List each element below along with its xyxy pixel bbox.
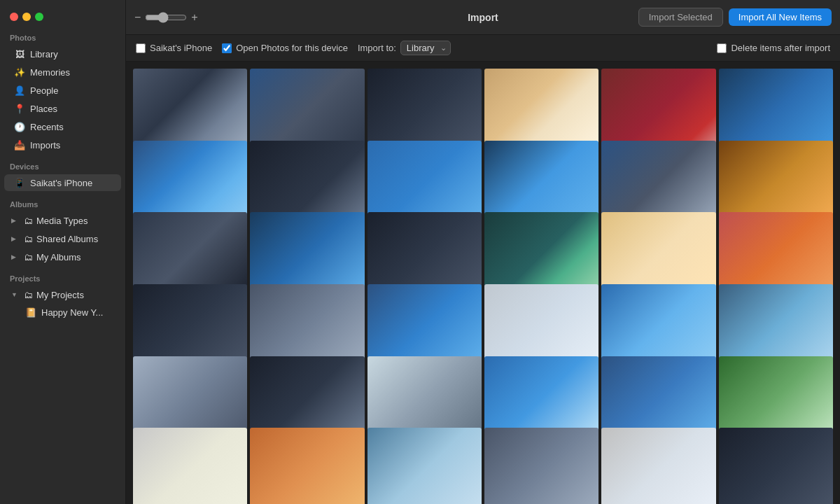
people-icon: 👤 xyxy=(14,85,25,96)
memories-icon: ✨ xyxy=(14,66,25,78)
folder-icon: 🗂 xyxy=(22,215,34,226)
sidebar-item-label: Places xyxy=(30,104,57,114)
import-to-row: Import to: Library xyxy=(358,41,451,55)
sidebar-item-happy-new-y[interactable]: 📔 Happy New Y... xyxy=(4,304,121,320)
chevron-down-icon: ▼ xyxy=(11,291,20,298)
close-button[interactable] xyxy=(10,13,18,21)
sidebar-item-label: People xyxy=(30,85,58,96)
import-to-dropdown-wrap: Library xyxy=(400,41,451,55)
devices-section-label: Devices xyxy=(0,154,125,174)
projects-folder-icon: 🗂 xyxy=(22,289,34,300)
zoom-slider[interactable] xyxy=(145,12,187,23)
delete-after-checkbox[interactable] xyxy=(717,43,727,53)
sidebar-item-saikats-iphone[interactable]: 📱 Saikat's iPhone xyxy=(4,174,121,191)
photo-thumbnail[interactable] xyxy=(368,428,482,504)
photo-thumbnail[interactable] xyxy=(250,428,364,504)
sidebar-item-label: Saikat's iPhone xyxy=(30,178,92,188)
projects-section-label: Projects xyxy=(0,266,125,286)
photos-section-label: Photos xyxy=(0,25,125,45)
maximize-button[interactable] xyxy=(35,13,43,21)
delete-after-label: Delete items after import xyxy=(731,43,830,53)
shared-folder-icon: 🗂 xyxy=(22,233,34,244)
sidebar-item-memories[interactable]: ✨ Memories xyxy=(4,64,121,80)
chevron-right-icon: ▶ xyxy=(11,253,20,260)
sidebar-group-my-albums[interactable]: ▶ 🗂 My Albums xyxy=(4,248,121,265)
minimize-button[interactable] xyxy=(22,13,31,21)
device-row: Saikat's iPhone xyxy=(136,43,212,53)
sidebar-item-library[interactable]: 🖼 Library xyxy=(4,46,121,62)
places-icon: 📍 xyxy=(14,103,25,114)
chevron-right-icon: ▶ xyxy=(11,217,20,224)
import-to-dropdown[interactable]: Library xyxy=(400,41,451,55)
sidebar-item-label: Library xyxy=(30,49,58,59)
import-all-button[interactable]: Import All New Items xyxy=(729,8,832,26)
zoom-minus-icon[interactable]: − xyxy=(134,11,141,24)
recents-icon: 🕐 xyxy=(14,121,25,132)
sidebar-item-people[interactable]: 👤 People xyxy=(4,82,121,99)
book-icon: 📔 xyxy=(25,307,36,318)
delete-after-row: Delete items after import xyxy=(717,43,830,53)
zoom-controls: − + xyxy=(134,11,198,24)
albums-section-label: Albums xyxy=(0,192,125,211)
chevron-right-icon: ▶ xyxy=(11,235,20,242)
open-photos-checkbox[interactable] xyxy=(222,43,232,53)
traffic-lights xyxy=(0,6,125,25)
my-albums-icon: 🗂 xyxy=(22,251,34,262)
sidebar-item-places[interactable]: 📍 Places xyxy=(4,100,121,117)
sidebar-group-label: Shared Albums xyxy=(36,234,98,244)
device-name: Saikat's iPhone xyxy=(150,43,212,53)
toolbar: − + Import Import Selected Import All Ne… xyxy=(126,0,840,35)
sidebar-item-imports[interactable]: 📥 Imports xyxy=(4,136,121,153)
device-checkbox[interactable] xyxy=(136,43,146,53)
open-photos-row: Open Photos for this device xyxy=(222,43,348,53)
sidebar-item-label: Recents xyxy=(30,122,64,132)
import-to-label: Import to: xyxy=(358,43,396,53)
sidebar: Photos 🖼 Library ✨ Memories 👤 People 📍 P… xyxy=(0,0,126,504)
toolbar-right: Import Selected Import All New Items xyxy=(638,8,832,27)
sidebar-group-label: My Albums xyxy=(36,252,81,262)
sidebar-item-label: Happy New Y... xyxy=(41,307,103,318)
sidebar-group-shared-albums[interactable]: ▶ 🗂 Shared Albums xyxy=(4,230,121,247)
sidebar-group-label: Media Types xyxy=(36,216,88,226)
photo-thumbnail[interactable] xyxy=(601,428,715,504)
open-photos-label: Open Photos for this device xyxy=(236,43,348,53)
library-icon: 🖼 xyxy=(14,48,25,59)
sidebar-item-label: Imports xyxy=(30,140,60,150)
zoom-plus-icon[interactable]: + xyxy=(191,11,197,24)
sidebar-group-label: My Projects xyxy=(36,290,84,300)
main-panel: − + Import Import Selected Import All Ne… xyxy=(126,0,840,504)
toolbar-title: Import xyxy=(468,12,498,23)
photo-grid xyxy=(126,62,840,504)
photo-thumbnail[interactable] xyxy=(719,428,833,504)
iphone-icon: 📱 xyxy=(14,177,25,188)
import-bar: Saikat's iPhone Open Photos for this dev… xyxy=(126,35,840,62)
sidebar-group-my-projects[interactable]: ▼ 🗂 My Projects xyxy=(4,286,121,303)
sidebar-item-recents[interactable]: 🕐 Recents xyxy=(4,118,121,135)
photo-thumbnail[interactable] xyxy=(484,428,598,504)
imports-icon: 📥 xyxy=(14,139,25,150)
photo-thumbnail[interactable] xyxy=(133,428,247,504)
sidebar-group-media-types[interactable]: ▶ 🗂 Media Types xyxy=(4,212,121,229)
import-selected-button[interactable]: Import Selected xyxy=(638,8,723,27)
sidebar-item-label: Memories xyxy=(30,67,70,78)
